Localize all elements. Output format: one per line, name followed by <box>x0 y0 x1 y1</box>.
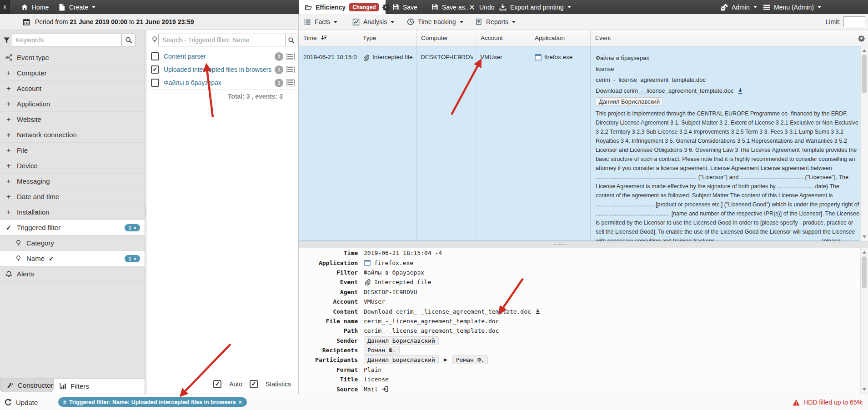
download-icon[interactable] <box>737 87 744 95</box>
filter-row-content-parser[interactable]: Content parser1 <box>146 50 298 63</box>
update-button[interactable]: Update <box>5 394 38 410</box>
admin-menu-button[interactable]: Admin <box>721 0 757 14</box>
pill-plusminus[interactable]: ± <box>63 399 66 405</box>
sidebar-item-messaging[interactable]: +Messaging <box>0 174 145 189</box>
column-header-time[interactable]: Time <box>299 30 358 46</box>
create-label: Create <box>69 4 88 11</box>
views-bar: FactsAnalysisTime trackingReports Limit: <box>299 14 868 30</box>
pill-close-icon[interactable]: × <box>239 399 242 405</box>
list-details-icon[interactable] <box>286 66 295 73</box>
save-button[interactable]: Save <box>392 0 417 14</box>
person-tag[interactable]: Роман Ф. <box>364 346 400 355</box>
sidebar-item-alerts[interactable]: Alerts <box>0 266 145 282</box>
filter-checkbox[interactable]: ✓ <box>151 65 159 74</box>
tab-efficiency[interactable]: Efficiency Changed <box>299 0 386 15</box>
active-filter-pill[interactable]: ± Triggered filter: Name: Uploaded inter… <box>58 397 247 407</box>
sidebar-item-device[interactable]: +Device <box>0 158 145 174</box>
column-header-application[interactable]: Application <box>530 30 590 46</box>
plus-icon: + <box>4 101 13 107</box>
sidebar-item-application[interactable]: +Application <box>0 96 145 112</box>
main-menu-button[interactable]: Menu (Admin) <box>763 0 821 14</box>
column-header-type[interactable]: Type <box>358 30 416 46</box>
person-tag[interactable]: Роман Ф. <box>452 355 488 364</box>
scroll-up-arrow[interactable] <box>863 49 866 52</box>
auto-checkbox[interactable]: ✓ <box>213 380 221 388</box>
tab-settings-gear-icon[interactable] <box>382 4 390 11</box>
column-header-computer[interactable]: Computer <box>416 30 476 46</box>
gears-icon <box>721 4 728 11</box>
download-icon[interactable] <box>534 308 542 315</box>
badge-close-icon[interactable]: × <box>134 256 136 261</box>
bulb-icon <box>14 240 23 247</box>
filter-count-badge[interactable]: 1× <box>125 224 140 231</box>
statistics-option[interactable]: ✓Statistics <box>250 380 291 388</box>
event-download-link[interactable]: Download cerim_-_license_agreement_templ… <box>596 86 859 95</box>
sidebar-item-name[interactable]: Name✓1× <box>0 251 145 266</box>
triggered-filter-search-input[interactable] <box>158 34 286 46</box>
close-tab-button[interactable]: x <box>0 0 10 14</box>
limit-input[interactable] <box>843 16 865 27</box>
home-button[interactable]: Home <box>21 0 49 14</box>
column-header-event[interactable]: Event <box>590 30 860 46</box>
event-sender-tag-line: Даниил Бориславский <box>596 97 859 106</box>
sidebar-item-computer[interactable]: +Computer <box>0 65 145 81</box>
filter-row-uploaded-intercepted-files-in-browsers[interactable]: ✓Uploaded intercepted files in browsers1 <box>146 63 298 76</box>
person-tag[interactable]: Даниил Бориславский <box>364 336 439 345</box>
signin-icon[interactable] <box>381 385 388 393</box>
sort-descending-icon <box>321 35 328 42</box>
horizontal-splitter[interactable] <box>299 241 868 248</box>
scroll-down-arrow[interactable] <box>863 235 866 238</box>
statistics-checkbox[interactable]: ✓ <box>250 380 258 388</box>
list-details-icon[interactable] <box>286 79 295 86</box>
sidebar-item-event-type[interactable]: Event type <box>0 50 145 65</box>
sidebar-item-label: Website <box>17 115 41 123</box>
details-vertical-scrollbar[interactable] <box>860 248 868 394</box>
save-as-button[interactable]: Save as.. <box>431 0 468 14</box>
list-details-icon[interactable] <box>286 53 295 60</box>
create-button[interactable]: Create <box>58 0 95 14</box>
person-tag[interactable]: Даниил Бориславский <box>364 355 439 364</box>
plus-icon: + <box>4 194 13 200</box>
column-header-account[interactable]: Account <box>476 30 530 46</box>
auto-option[interactable]: ✓Auto <box>213 380 242 388</box>
period-bar[interactable]: Period from 21 June 2019 00:00 to 21 Jun… <box>0 14 299 30</box>
tab-filters[interactable]: Filters <box>59 379 89 393</box>
sidebar-item-account[interactable]: +Account <box>0 81 145 96</box>
keywords-search-button[interactable] <box>122 34 135 46</box>
sender-tag[interactable]: Даниил Бориславский <box>596 97 663 106</box>
table-vertical-scrollbar[interactable] <box>860 46 868 241</box>
columns-settings-gear-icon[interactable] <box>858 35 865 42</box>
badge-close-icon[interactable]: × <box>134 225 136 230</box>
sidebar-item-triggered-filter[interactable]: ✓Triggered filter1× <box>0 220 145 235</box>
filter-checkbox[interactable] <box>151 52 159 60</box>
sidebar-item-category[interactable]: Category <box>0 235 145 251</box>
badge-count: 1 <box>128 225 131 230</box>
sidebar-item-installation[interactable]: +Installation <box>0 205 145 220</box>
sidebar-item-network-connection[interactable]: +Network connection <box>0 127 145 143</box>
sidebar-item-date-and-time[interactable]: +Date and time <box>0 189 145 205</box>
detail-label: Content <box>299 308 358 315</box>
filter-count-badge[interactable]: 1× <box>125 255 140 262</box>
keywords-input[interactable] <box>12 34 122 46</box>
sidebar-item-label: Category <box>26 239 54 247</box>
tab-constructor[interactable]: Constructor <box>0 379 54 392</box>
triggered-filter-search-button[interactable] <box>286 34 297 46</box>
filter-checkbox[interactable] <box>151 79 159 87</box>
scroll-up-arrow[interactable] <box>863 251 866 254</box>
export-printing-button[interactable]: Export and printing <box>499 0 571 14</box>
detail-value: license <box>364 376 389 383</box>
detail-label: Sender <box>299 337 358 344</box>
scrollbar-thumb[interactable] <box>862 55 867 93</box>
chevron-down-icon <box>334 21 337 23</box>
sidebar-item-file[interactable]: +File <box>0 143 145 158</box>
views-menu-time-tracking[interactable]: Time tracking <box>407 14 463 30</box>
scrollbar-thumb[interactable] <box>862 256 867 288</box>
scroll-down-arrow[interactable] <box>863 388 866 391</box>
cell-account: VMUser <box>480 54 527 60</box>
views-menu-analysis[interactable]: Analysis <box>352 14 394 30</box>
sidebar-item-website[interactable]: +Website <box>0 112 145 127</box>
undo-button[interactable]: Undo <box>468 0 494 14</box>
views-menu-reports[interactable]: Reports <box>475 14 516 30</box>
views-menu-facts[interactable]: Facts <box>304 14 337 30</box>
filter-row-файлы-в-браузерах[interactable]: Файлы в браузерах1 <box>146 76 298 90</box>
